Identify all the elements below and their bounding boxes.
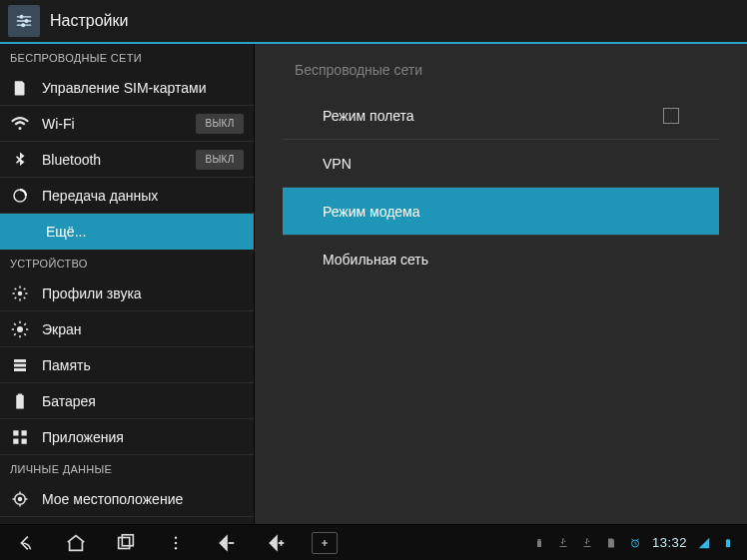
svg-point-34 bbox=[175, 547, 177, 549]
svg-rect-31 bbox=[122, 534, 133, 545]
sidebar-item-label: Wi-Fi bbox=[42, 116, 196, 132]
sidebar-item-label: Память bbox=[42, 357, 244, 373]
apps-icon bbox=[10, 427, 30, 447]
sidebar-item-location[interactable]: Мое местоположение bbox=[0, 481, 254, 517]
bluetooth-toggle[interactable]: ВЫКЛ bbox=[196, 150, 244, 170]
wifi-icon bbox=[10, 114, 30, 134]
sidebar-item-label: Приложения bbox=[42, 429, 244, 445]
nav-home-button[interactable] bbox=[62, 529, 90, 557]
sidebar-item-sim-management[interactable]: Управление SIM-картами bbox=[0, 70, 254, 106]
sidebar-item-display[interactable]: Экран bbox=[0, 311, 254, 347]
signal-icon bbox=[697, 536, 711, 550]
status-clock: 13:32 bbox=[652, 535, 687, 550]
settings-sidebar: БЕСПРОВОДНЫЕ СЕТИ Управление SIM-картами… bbox=[0, 44, 255, 524]
sidebar-item-apps[interactable]: Приложения bbox=[0, 419, 254, 455]
row-airplane-mode[interactable]: Режим полета bbox=[283, 92, 719, 140]
location-icon bbox=[10, 489, 30, 509]
sidebar-item-label: Батарея bbox=[42, 393, 244, 409]
svg-rect-22 bbox=[13, 438, 18, 443]
sidebar-item-label: Экран bbox=[42, 321, 244, 337]
sidebar-item-label: Ещё... bbox=[46, 224, 244, 240]
row-label: VPN bbox=[323, 156, 679, 172]
row-label: Мобильная сеть bbox=[323, 252, 679, 268]
row-vpn[interactable]: VPN bbox=[283, 140, 719, 188]
svg-rect-18 bbox=[14, 363, 26, 366]
bluetooth-icon bbox=[10, 150, 30, 170]
wifi-toggle[interactable]: ВЫКЛ bbox=[196, 114, 244, 134]
sd-card-icon bbox=[604, 536, 618, 550]
sidebar-item-label: Мое местоположение bbox=[42, 491, 244, 507]
sidebar-item-label: Bluetooth bbox=[42, 152, 196, 168]
row-mobile-network[interactable]: Мобильная сеть bbox=[283, 236, 719, 283]
app-title: Настройки bbox=[50, 12, 128, 30]
svg-rect-42 bbox=[559, 546, 566, 547]
svg-rect-19 bbox=[14, 368, 26, 371]
svg-rect-41 bbox=[537, 540, 541, 547]
row-label: Режим модема bbox=[323, 204, 679, 220]
svg-rect-20 bbox=[13, 430, 18, 435]
svg-line-16 bbox=[24, 323, 26, 325]
download-icon bbox=[580, 536, 594, 550]
svg-rect-40 bbox=[537, 539, 540, 541]
svg-line-13 bbox=[14, 323, 16, 325]
sim-icon bbox=[10, 78, 30, 98]
row-label: Режим полета bbox=[323, 108, 663, 124]
sidebar-item-battery[interactable]: Батарея bbox=[0, 383, 254, 419]
sidebar-item-bluetooth[interactable]: Bluetooth ВЫКЛ bbox=[0, 142, 254, 178]
battery-icon bbox=[10, 391, 30, 411]
svg-point-33 bbox=[175, 541, 177, 543]
nav-recents-button[interactable] bbox=[112, 529, 140, 557]
content-pane: Беспроводные сети Режим полета VPN Режим… bbox=[255, 44, 747, 524]
status-tray[interactable]: 13:32 bbox=[532, 535, 741, 550]
alarm-icon bbox=[628, 536, 642, 550]
svg-point-7 bbox=[18, 290, 23, 295]
sidebar-item-wifi[interactable]: Wi-Fi ВЫКЛ bbox=[0, 106, 254, 142]
sidebar-item-data-usage[interactable]: Передача данных bbox=[0, 178, 254, 214]
nav-volume-down-button[interactable] bbox=[212, 529, 240, 557]
svg-rect-21 bbox=[22, 430, 27, 435]
sidebar-section-wireless: БЕСПРОВОДНЫЕ СЕТИ bbox=[0, 44, 254, 70]
content-title: Беспроводные сети bbox=[255, 44, 747, 92]
action-bar: Настройки bbox=[0, 0, 747, 44]
storage-icon bbox=[10, 355, 30, 375]
nav-volume-up-button[interactable] bbox=[262, 529, 290, 557]
svg-marker-35 bbox=[221, 536, 227, 549]
svg-point-32 bbox=[175, 536, 177, 538]
svg-point-25 bbox=[19, 497, 22, 500]
sound-icon bbox=[10, 283, 30, 303]
airplane-mode-checkbox[interactable] bbox=[663, 108, 679, 124]
nav-menu-button[interactable] bbox=[162, 529, 190, 557]
download-icon bbox=[556, 536, 570, 550]
sidebar-item-label: Передача данных bbox=[42, 188, 244, 204]
svg-rect-46 bbox=[727, 538, 729, 539]
svg-rect-17 bbox=[14, 359, 26, 362]
svg-line-14 bbox=[24, 333, 26, 335]
row-tethering[interactable]: Режим модема bbox=[283, 188, 719, 236]
svg-marker-37 bbox=[271, 536, 277, 549]
svg-point-3 bbox=[20, 16, 23, 19]
svg-point-4 bbox=[25, 20, 28, 23]
svg-rect-45 bbox=[726, 539, 730, 547]
sidebar-item-label: Управление SIM-картами bbox=[42, 80, 244, 96]
display-icon bbox=[10, 319, 30, 339]
svg-line-15 bbox=[14, 333, 16, 335]
data-usage-icon bbox=[10, 186, 30, 206]
sidebar-item-more[interactable]: Ещё... bbox=[0, 214, 254, 250]
sidebar-section-personal: ЛИЧНЫЕ ДАННЫЕ bbox=[0, 455, 254, 481]
sidebar-item-sound-profiles[interactable]: Профили звука bbox=[0, 276, 254, 311]
sidebar-item-storage[interactable]: Память bbox=[0, 347, 254, 383]
svg-point-8 bbox=[17, 326, 23, 332]
svg-rect-30 bbox=[119, 537, 130, 548]
battery-status-icon bbox=[721, 536, 735, 550]
system-navbar: 13:32 bbox=[0, 524, 747, 560]
svg-rect-43 bbox=[583, 546, 590, 547]
sidebar-item-label: Профили звука bbox=[42, 285, 244, 301]
settings-app-icon bbox=[8, 5, 40, 37]
usb-icon bbox=[532, 536, 546, 550]
nav-back-button[interactable] bbox=[12, 529, 40, 557]
svg-rect-23 bbox=[22, 438, 27, 443]
sidebar-section-device: УСТРОЙСТВО bbox=[0, 250, 254, 276]
nav-screenshot-button[interactable] bbox=[312, 532, 338, 554]
svg-point-5 bbox=[22, 24, 25, 27]
